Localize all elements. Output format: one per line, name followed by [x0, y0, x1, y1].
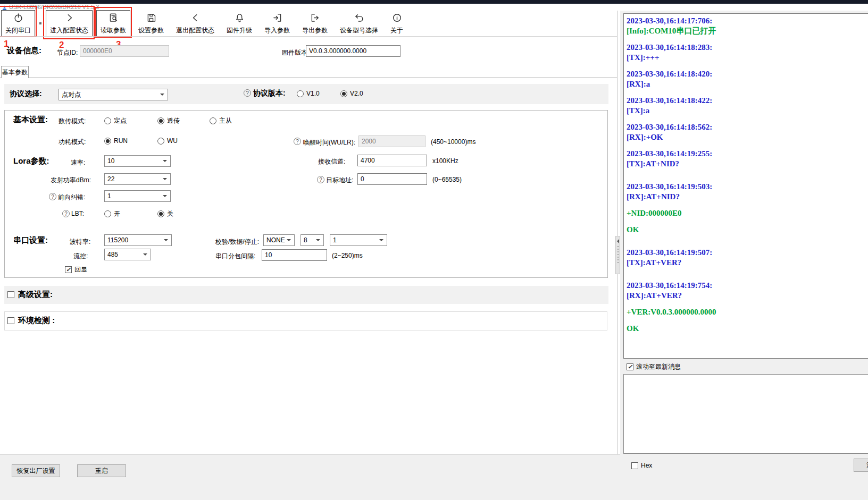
radio-fixed-point[interactable]: 定点	[104, 116, 127, 125]
log-area[interactable]: 2023-03-30,16:14:17:706:[Info]:COM10串口已打…	[623, 13, 868, 359]
radio-protocol-v1[interactable]: V1.0	[297, 90, 320, 97]
button-restore-factory[interactable]: 恢复出厂设置	[12, 464, 60, 477]
radio-dot	[297, 90, 304, 97]
radio-dot	[104, 117, 111, 124]
help-icon-target-addr[interactable]: ?	[317, 176, 324, 183]
help-icon-wake-time[interactable]: ?	[294, 138, 301, 145]
target-addr-hint: (0~65535)	[432, 176, 462, 183]
select-baud[interactable]: 115200	[104, 234, 172, 246]
toolbar-button-set-params[interactable]: 设置参数	[134, 10, 168, 37]
toolbar-button-label: 读取参数	[101, 26, 126, 35]
select-parity[interactable]: NONE	[263, 234, 295, 246]
tab-basic-params[interactable]: 基本参数	[1, 66, 29, 78]
toolbar-button-label: 固件升级	[227, 26, 252, 35]
radio-dot	[157, 117, 164, 124]
input-wake-time: 2000	[358, 135, 425, 147]
radio-wu[interactable]: WU	[157, 137, 178, 145]
checkbox-label: Hex	[641, 462, 652, 469]
select-protocol-value: 点对点	[62, 90, 81, 99]
baud-label: 波特率:	[70, 238, 90, 247]
select-tx-power[interactable]: 22	[104, 173, 171, 185]
button-restart[interactable]: 重启	[77, 464, 126, 477]
log-line	[627, 89, 868, 96]
radio-dot	[340, 90, 347, 97]
log-line: 2023-03-30,16:14:18:420:	[627, 69, 868, 79]
checkbox-scroll-latest[interactable]: 滚动至最新消息	[627, 362, 681, 371]
select-stop-bits-value: 1	[333, 236, 337, 244]
read-params-icon	[108, 12, 119, 26]
toolbar-divider	[0, 36, 617, 37]
checkbox-environment[interactable]	[7, 317, 14, 324]
checkbox-advanced[interactable]	[7, 291, 14, 298]
app-window: USR-LG206/DR206/DR216 V1.5.3 关闭串口 1 进入配置…	[0, 0, 868, 500]
panel-splitter[interactable]	[615, 236, 620, 274]
toolbar-separator	[39, 22, 41, 24]
basic-settings-title: 基本设置:	[13, 115, 48, 125]
input-packet-interval[interactable]: 10	[262, 249, 327, 261]
checkbox-hex[interactable]: Hex	[631, 462, 652, 469]
power-mode-label: 功耗模式:	[59, 138, 86, 147]
toolbar-button-label: 进入配置状态	[50, 26, 88, 35]
button-clear[interactable]: 清	[854, 459, 868, 472]
radio-dot	[104, 138, 111, 145]
packet-interval-label: 串口分包间隔:	[215, 252, 255, 261]
help-icon-lbt[interactable]: ?	[62, 210, 70, 217]
radio-run[interactable]: RUN	[104, 137, 128, 145]
select-protocol[interactable]: 点对点	[59, 89, 168, 100]
help-icon-fec[interactable]: ?	[49, 193, 56, 200]
radio-transparent[interactable]: 透传	[157, 116, 180, 125]
toolbar-button-about[interactable]: 关于	[386, 10, 407, 37]
select-stop-bits[interactable]: 1	[330, 234, 387, 246]
send-input-area[interactable]	[623, 374, 868, 454]
toolbar-button-import-params[interactable]: 导入参数	[260, 10, 294, 37]
radio-label: V1.0	[306, 90, 320, 97]
radio-protocol-v2[interactable]: V2.0	[340, 90, 363, 97]
log-line: +VER:V0.0.3.000000.0000	[627, 307, 868, 317]
radio-label: 开	[114, 209, 120, 218]
serial-settings-title: 串口设置:	[13, 235, 48, 245]
radio-label: 定点	[114, 116, 127, 125]
log-line: [RX]:+OK	[627, 132, 868, 142]
input-node-id: 000000E0	[80, 45, 169, 57]
radio-lbt-off[interactable]: 关	[157, 209, 173, 218]
toolbar-button-device-model[interactable]: 设备型号选择	[336, 10, 382, 37]
log-line: 2023-03-30,16:14:18:283:	[627, 43, 868, 53]
firmware-value: V0.0.3.000000.0000	[309, 47, 366, 55]
toolbar-button-read-params[interactable]: 读取参数 3	[96, 10, 130, 37]
chevron-right-icon	[64, 12, 75, 26]
help-glyph: ?	[296, 139, 299, 145]
toolbar-button-close-serial[interactable]: 关闭串口 1	[1, 10, 35, 37]
toolbar-button-firmware-upgrade[interactable]: 固件升级	[222, 10, 256, 37]
input-target-addr[interactable]: 0	[357, 173, 427, 185]
toolbar-button-enter-config[interactable]: 进入配置状态 2	[46, 10, 93, 37]
toolbar-button-exit-config[interactable]: 退出配置状态	[172, 10, 219, 37]
select-fec[interactable]: 1	[104, 190, 171, 202]
input-rx-channel[interactable]: 4700	[357, 155, 427, 166]
toolbar-button-export-params[interactable]: 导出参数	[298, 10, 332, 37]
environment-row	[4, 311, 607, 330]
select-flow[interactable]: 485	[104, 249, 151, 260]
window-title: USR-LG206/DR206/DR216 V1.5.3	[9, 4, 99, 10]
radio-master-slave[interactable]: 主从	[210, 116, 232, 125]
top-edge-bar	[0, 0, 868, 4]
info-icon	[391, 12, 403, 26]
target-addr-label: 目标地址:	[326, 176, 353, 185]
checkbox-label: 滚动至最新消息	[636, 362, 681, 371]
select-rate[interactable]: 10	[104, 155, 171, 167]
log-line	[627, 175, 868, 182]
checkbox-box	[631, 462, 638, 469]
select-data-bits[interactable]: 8	[301, 234, 324, 246]
save-icon	[146, 12, 157, 26]
flow-label: 流控:	[73, 252, 88, 261]
log-line	[627, 301, 868, 307]
log-line	[627, 36, 868, 43]
radio-dot	[104, 210, 111, 217]
checkbox-box	[7, 317, 14, 324]
parity-label: 校验/数据/停止:	[215, 238, 259, 247]
radio-lbt-on[interactable]: 开	[104, 209, 120, 218]
input-firmware-version[interactable]: V0.0.3.000000.0000	[306, 45, 400, 57]
help-icon-protocol-version[interactable]: ?	[244, 89, 251, 97]
log-line: +NID:000000E0	[627, 208, 868, 218]
checkbox-echo[interactable]: 回显	[65, 265, 87, 274]
radio-label: 主从	[219, 116, 232, 125]
